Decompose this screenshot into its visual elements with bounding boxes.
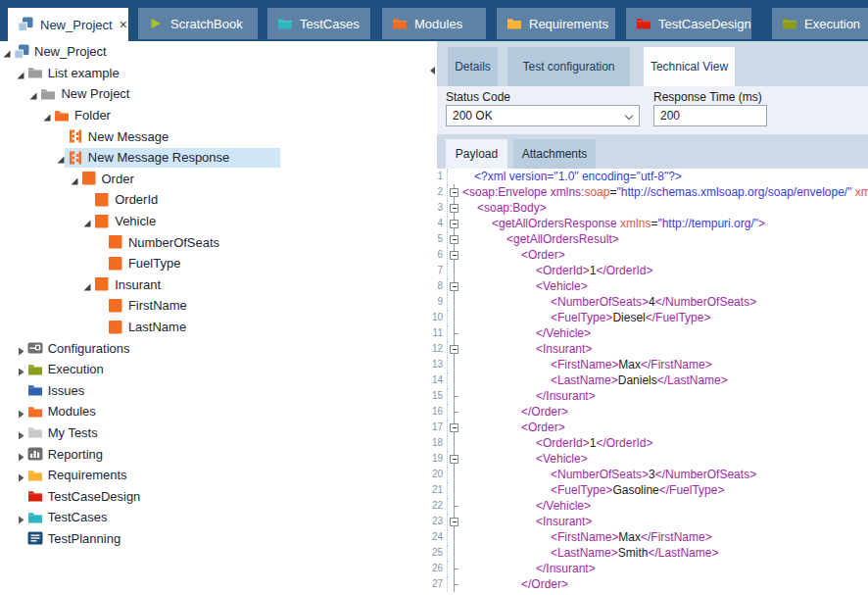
document-tab-execution[interactable]: Execution	[772, 8, 868, 39]
tree-collapsed-icon[interactable]	[16, 406, 26, 417]
line-number: 7	[432, 263, 448, 278]
panel-tab-test-configuration[interactable]: Test configuration	[507, 47, 630, 86]
project-icon	[14, 44, 29, 60]
code-text: <?xml version="1.0" encoding="utf-8"?>	[461, 169, 682, 184]
tree-item-orderid[interactable]: OrderId	[0, 189, 428, 211]
tree-collapsed-icon[interactable]	[16, 470, 26, 480]
line-number: 25	[432, 545, 448, 561]
code-line: 16</Order>	[432, 404, 868, 420]
code-text: </Insurant>	[461, 561, 596, 576]
tree-item-label: Modules	[48, 404, 96, 419]
tree-collapsed-icon[interactable]	[16, 364, 26, 374]
configurations-icon	[27, 340, 43, 356]
document-tab-label: ScratchBook	[170, 17, 243, 31]
tree-item-testplanning[interactable]: TestPlanning	[0, 528, 428, 550]
folder-red-icon	[27, 488, 43, 504]
tree-item-my-tests[interactable]: My Tests	[0, 422, 428, 444]
folder-olive-icon	[27, 362, 43, 377]
tree-item-new-project[interactable]: New Project	[0, 83, 428, 105]
tree-item-vehicle[interactable]: Vehicle	[0, 211, 428, 232]
line-number: 13	[432, 357, 448, 372]
close-tab-icon[interactable]: ×	[120, 18, 127, 31]
tree-expanded-icon[interactable]	[56, 152, 67, 163]
payload-tab-payload[interactable]: Payload	[446, 139, 507, 169]
fold-guide	[448, 325, 461, 341]
tree-item-order[interactable]: Order	[0, 169, 428, 190]
code-line: 5<getAllOrdersResult>	[432, 231, 868, 247]
fold-collapse-icon[interactable]	[448, 451, 461, 467]
square-orange-icon	[94, 214, 110, 229]
status-code-dropdown[interactable]: 200 OK	[446, 105, 640, 126]
tree-item-new_project[interactable]: New_Project	[0, 41, 428, 63]
fold-collapse-icon[interactable]	[448, 200, 461, 216]
tree-expanded-icon[interactable]	[82, 216, 93, 226]
tree-item-requirements[interactable]: Requirements	[0, 465, 428, 486]
document-tab-scratchbook[interactable]: ScratchBook	[138, 8, 258, 39]
tree-item-issues[interactable]: Issues	[0, 380, 428, 402]
code-text: <FirstName>Max</FirstName>	[461, 357, 712, 372]
code-line: 9<NumberOfSeats>4</NumberOfSeats>	[432, 294, 868, 310]
payload-tab-attachments[interactable]: Attachments	[513, 139, 596, 169]
tree-item-modules[interactable]: Modules	[0, 401, 428, 422]
square-orange-icon	[108, 256, 123, 272]
tree-expanded-icon[interactable]	[42, 110, 53, 121]
tree-item-firstname[interactable]: FirstName	[0, 295, 428, 317]
document-tab-label: Modules	[414, 17, 462, 31]
code-text: <NumberOfSeats>4</NumberOfSeats>	[461, 294, 756, 310]
code-text: <getAllOrdersResponse xmlns="http://temp…	[461, 216, 765, 231]
code-text: </Vehicle>	[461, 498, 591, 514]
fold-collapse-icon[interactable]	[448, 184, 461, 200]
tree-item-insurant[interactable]: Insurant	[0, 274, 428, 296]
panel-tab-details[interactable]: Details	[448, 47, 498, 86]
code-line: 14<LastName>Daniels</LastName>	[432, 372, 868, 388]
tree-collapsed-icon[interactable]	[16, 449, 26, 460]
document-tab-new_project[interactable]: New_Project×	[8, 8, 128, 41]
tree-item-reporting[interactable]: Reporting	[0, 443, 428, 465]
panel-tab-technical-view[interactable]: Technical View	[644, 47, 735, 86]
tree-item-new-message[interactable]: New Message	[0, 125, 428, 147]
splitter-collapse-icon[interactable]	[430, 67, 435, 74]
tree-collapsed-icon[interactable]	[16, 512, 26, 522]
tree-item-numberofseats[interactable]: NumberOfSeats	[0, 231, 428, 253]
code-text: </Vehicle>	[461, 325, 591, 341]
code-line: 6<Order>	[432, 247, 868, 263]
tree-item-new-message-response[interactable]: New Message Response	[0, 147, 428, 169]
response-time-value: 200	[660, 109, 680, 123]
code-text: <Vehicle>	[461, 451, 588, 467]
tree-item-execution[interactable]: Execution	[0, 359, 428, 380]
fold-collapse-icon[interactable]	[448, 231, 461, 247]
tree-item-lastname[interactable]: LastName	[0, 317, 428, 338]
tree-item-folder[interactable]: Folder	[0, 105, 428, 126]
tree-item-fueltype[interactable]: FuelType	[0, 253, 428, 274]
fold-collapse-icon[interactable]	[448, 341, 461, 357]
code-line: 7<OrderId>1</OrderId>	[432, 263, 868, 278]
fold-collapse-icon[interactable]	[448, 278, 461, 294]
tree-expanded-icon[interactable]	[82, 279, 93, 290]
document-tab-testcases[interactable]: TestCases	[267, 8, 370, 39]
xml-editor[interactable]: 1<?xml version="1.0" encoding="utf-8"?>2…	[432, 169, 868, 595]
line-number: 19	[432, 451, 448, 467]
tree-collapsed-icon[interactable]	[16, 343, 26, 354]
fold-collapse-icon[interactable]	[448, 247, 461, 263]
fold-collapse-icon[interactable]	[448, 216, 461, 231]
document-tab-testcasedesign[interactable]: TestCaseDesign	[626, 8, 751, 39]
fold-collapse-icon[interactable]	[448, 514, 461, 529]
tree-collapsed-icon[interactable]	[16, 427, 26, 438]
response-time-input[interactable]: 200	[653, 105, 767, 126]
tree-item-testcasedesign[interactable]: TestCaseDesign	[0, 485, 428, 507]
document-tab-modules[interactable]: Modules	[382, 8, 486, 39]
tree-item-list-example[interactable]: List example	[0, 63, 428, 84]
tree-expanded-icon[interactable]	[16, 68, 26, 78]
tree-expanded-icon[interactable]	[2, 46, 13, 57]
tree-item-configurations[interactable]: Configurations	[0, 337, 428, 359]
tree-item-testcases[interactable]: TestCases	[0, 507, 428, 528]
code-line: 26</Insurant>	[432, 561, 868, 576]
line-number: 9	[432, 294, 448, 310]
code-text: <Order>	[461, 247, 565, 263]
folder-teal-icon	[277, 16, 293, 31]
tree-expanded-icon[interactable]	[70, 174, 80, 184]
tree-expanded-icon[interactable]	[28, 88, 39, 99]
fold-collapse-icon[interactable]	[448, 420, 461, 435]
document-tab-requirements[interactable]: Requirements	[497, 8, 615, 39]
square-orange-icon	[81, 171, 97, 186]
